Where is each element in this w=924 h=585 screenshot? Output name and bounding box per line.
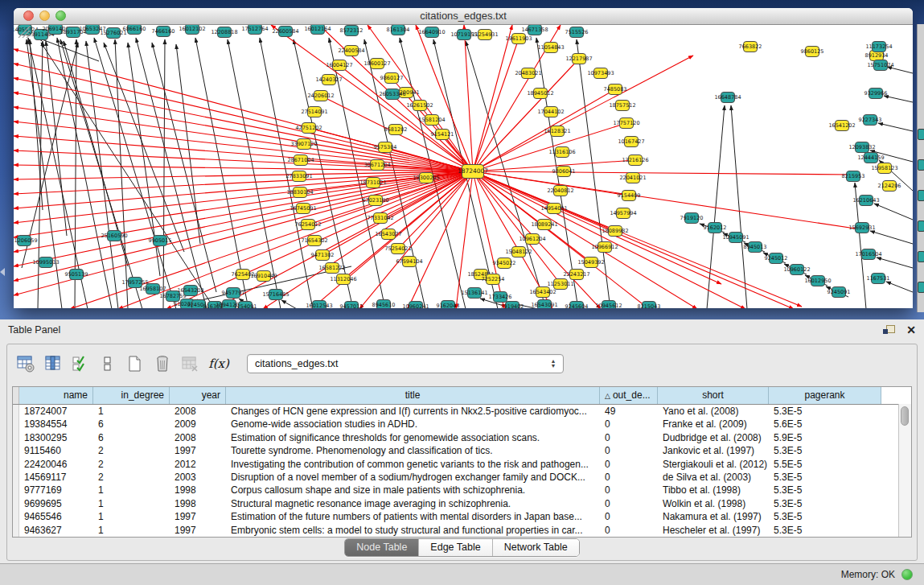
svg-text:12217987: 12217987 [565,56,592,62]
cell-out_degree: 0 [600,471,658,484]
network-canvas[interactable]: 1405572423911494206914061893170410653247… [14,25,913,308]
memory-ok-icon[interactable] [901,569,913,580]
svg-text:9905015: 9905015 [149,237,172,244]
cell-in_degree: 2 [93,458,170,471]
svg-text:16004127: 16004127 [326,62,352,68]
memory-status-label: Memory: OK [841,569,895,580]
cell-short: Nakamura et al. (1997) [658,510,769,523]
svg-text:16261502: 16261502 [406,102,433,109]
column-header-year[interactable]: year [170,387,226,404]
svg-text:11173254: 11173254 [865,43,892,50]
svg-text:6866160: 6866160 [123,26,146,32]
table-row[interactable]: 1830029562008Estimation of significance … [13,431,911,444]
table-row[interactable]: 1456911722003Disruption of a novel membe… [13,471,911,484]
column-header-in_degree[interactable]: in_degree [93,387,170,404]
function-builder-icon[interactable]: f(x) [205,352,232,376]
network-window-titlebar[interactable]: citations_edges.txt [14,8,913,25]
svg-text:16543402: 16543402 [529,289,556,295]
row-height-icon[interactable] [96,352,120,376]
cell-in_degree: 6 [93,418,170,431]
svg-text:14954091: 14954091 [540,205,567,212]
table-row[interactable]: 946362711997Embryonic stem cells: a mode… [13,524,911,537]
edit-columns-icon[interactable] [68,352,92,376]
tab-node-table[interactable]: Node Table [345,539,419,556]
svg-text:7254091: 7254091 [234,303,257,308]
window-controls [23,10,66,21]
table-scrollbar[interactable] [898,404,911,537]
column-header-title[interactable]: title [226,387,600,404]
svg-text:11054843: 11054843 [537,44,564,51]
cell-out_degree: 0 [600,497,658,510]
svg-text:8215043: 8215043 [638,303,661,308]
show-column-icon[interactable] [41,352,65,376]
cell-short: Jankovic et al. (1997) [658,444,769,457]
svg-text:18731021: 18731021 [359,179,386,186]
table-row[interactable]: 946554611997Estimation of the future num… [13,510,911,523]
cell-pagerank: 5.3E-5 [769,497,881,510]
cell-in_degree: 1 [93,405,170,418]
float-panel-icon[interactable] [883,325,895,336]
cell-short: Franke et al. (2009) [658,418,769,431]
minimize-window-icon[interactable] [39,10,50,21]
table-row[interactable]: 969969511998Structural magnetic resonanc… [13,497,911,510]
table-row[interactable]: 2242004622012Investigating the contribut… [13,458,911,471]
table-row[interactable]: 977716911998Corpus callosum shape and si… [13,484,911,496]
svg-text:7919120: 7919120 [680,215,704,221]
cell-pagerank: 5.3E-5 [769,510,881,523]
svg-text:15751074: 15751074 [867,62,893,68]
table-gutter [13,387,19,404]
svg-text:16128321: 16128321 [544,128,570,134]
svg-text:27833091: 27833091 [285,173,312,179]
delete-columns-icon[interactable] [150,352,175,376]
row-gutter [13,444,19,457]
cell-year: 1998 [170,497,226,510]
svg-text:9245091: 9245091 [827,289,851,295]
cell-out_degree: 0 [600,524,658,537]
column-header-short[interactable]: short [658,387,769,404]
new-table-icon[interactable] [123,352,147,376]
svg-text:8215953: 8215953 [842,173,865,179]
table-row[interactable]: 1872400712008Changes of HCN gene express… [13,405,911,418]
cell-year: 2003 [170,471,226,484]
svg-text:13216126: 13216126 [622,157,648,163]
tab-edge-table[interactable]: Edge Table [419,539,492,556]
cell-out_degree: 0 [600,484,658,496]
network-graph[interactable]: 1405572423911494206914061893170410653247… [14,25,913,308]
svg-text:14671358: 14671358 [521,27,548,33]
network-window[interactable]: citations_edges.txt 14055724239114942069… [14,8,913,308]
cell-name: 19384554 [19,418,93,431]
table-selector-dropdown[interactable]: citations_edges.txt ▲▼ [247,354,564,373]
table-panel-title: Table Panel [8,324,60,336]
svg-text:9154409: 9154409 [618,192,641,199]
svg-text:28671004: 28671004 [287,157,314,163]
cell-pagerank: 5.9E-5 [769,431,881,444]
table-mode-icon[interactable] [14,352,38,376]
column-header-pagerank[interactable]: pagerank [769,387,881,404]
svg-text:9154121: 9154121 [431,131,454,138]
svg-text:7466160: 7466160 [152,28,175,35]
close-panel-icon[interactable]: ✕ [906,324,916,336]
svg-text:9860125: 9860125 [801,48,824,55]
cell-year: 2008 [170,431,226,444]
svg-text:9162043: 9162043 [437,303,460,308]
tab-network-table[interactable]: Network Table [493,539,579,556]
table-row[interactable]: 911546021997Tourette syndrome. Phenomeno… [13,444,911,457]
row-gutter [13,431,19,444]
table-row[interactable]: 1938455462009Genome-wide association stu… [13,418,911,431]
background-window-sliver[interactable] [917,24,924,312]
svg-text:16012164: 16012164 [304,26,331,32]
panel-collapse-arrow[interactable] [0,268,5,276]
cell-short: Dudbridge et al. (2008) [658,431,769,444]
column-header-name[interactable]: name [19,387,93,404]
status-bar: Memory: OK [0,563,924,585]
svg-text:15048122: 15048122 [505,249,532,255]
close-window-icon[interactable] [23,10,34,21]
node-sliver [918,282,924,293]
scrollbar-thumb[interactable] [901,406,909,426]
resize-grip-icon[interactable] [14,25,31,38]
cell-out_degree: 0 [600,444,658,457]
zoom-window-icon[interactable] [55,10,66,21]
delete-table-icon[interactable] [178,352,202,376]
svg-text:16012543: 16012543 [306,303,332,308]
column-header-out_degree[interactable]: △out_de... [600,387,658,404]
